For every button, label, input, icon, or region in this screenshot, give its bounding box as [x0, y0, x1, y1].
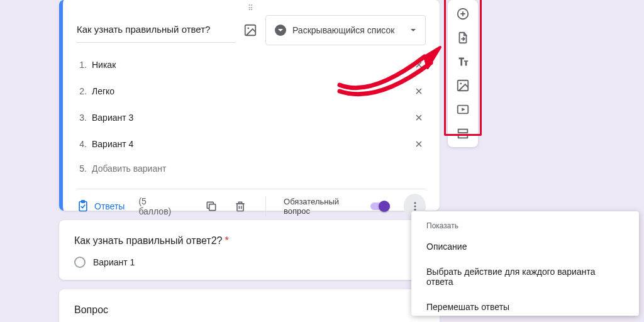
svg-point-7: [414, 205, 416, 207]
delete-button[interactable]: [233, 197, 248, 215]
add-video-button[interactable]: [455, 102, 470, 117]
option-number: 4.: [77, 139, 87, 149]
answer-key-icon: [77, 200, 89, 213]
question-title: Вопрос: [74, 304, 425, 316]
trash-icon: [234, 200, 247, 213]
chevron-down-icon: [410, 25, 416, 35]
plus-circle-icon: [456, 7, 470, 21]
add-image-button[interactable]: [455, 78, 470, 93]
option-row[interactable]: Вариант 1: [74, 257, 425, 268]
import-icon: [456, 31, 470, 45]
points-label: (5 баллов): [138, 196, 175, 216]
option-text[interactable]: Легко: [92, 86, 407, 96]
menu-item-shuffle[interactable]: Перемешать ответы: [411, 294, 639, 319]
answer-key-label: Ответы: [94, 201, 125, 211]
option-number: 2.: [77, 86, 87, 96]
question-card[interactable]: Вопрос: [59, 289, 440, 322]
dropdown-type-icon: [275, 25, 286, 36]
question-title: Как узнать правильный ответ2? *: [74, 235, 425, 247]
add-option-text[interactable]: Добавить вариант: [92, 164, 426, 174]
menu-item-go-to-section[interactable]: Выбрать действие для каждого варианта от…: [411, 259, 639, 294]
add-option-row[interactable]: 5. Добавить вариант: [77, 164, 426, 174]
menu-section-label: Показать: [411, 220, 639, 234]
import-questions-button[interactable]: [455, 30, 470, 45]
option-number: 1.: [77, 60, 87, 70]
option-row[interactable]: 1. Никак: [77, 58, 426, 72]
question-type-dropdown[interactable]: Раскрывающийся список: [265, 15, 426, 45]
divider: [265, 196, 266, 216]
option-row[interactable]: 3. Вариант 3: [77, 111, 426, 125]
drag-handle-icon[interactable]: ⠿: [248, 4, 255, 13]
video-icon: [456, 103, 470, 116]
svg-rect-4: [209, 204, 215, 210]
svg-point-8: [414, 208, 416, 210]
duplicate-button[interactable]: [204, 197, 219, 215]
required-star-icon: *: [225, 235, 228, 247]
close-icon: [414, 86, 424, 96]
text-icon: [456, 55, 470, 69]
menu-item-description[interactable]: Описание: [411, 234, 639, 259]
option-text: Вариант 1: [93, 257, 135, 267]
question-card[interactable]: Как узнать правильный ответ2? * Вариант …: [59, 220, 440, 280]
svg-point-6: [414, 202, 416, 204]
close-icon: [414, 60, 424, 70]
more-options-menu: Показать Описание Выбрать действие для к…: [411, 211, 639, 316]
close-icon: [414, 139, 424, 149]
side-toolbar: [448, 0, 478, 147]
option-number: 3.: [77, 113, 87, 123]
option-text[interactable]: Вариант 3: [92, 113, 407, 123]
remove-option-button[interactable]: [412, 58, 426, 72]
option-row[interactable]: 2. Легко: [77, 84, 426, 98]
radio-icon[interactable]: [74, 257, 86, 268]
svg-point-1: [247, 27, 249, 29]
remove-option-button[interactable]: [412, 84, 426, 98]
add-section-button[interactable]: [455, 126, 470, 141]
remove-option-button[interactable]: [412, 137, 426, 151]
question-card-active: ⠿ Раскрывающийся список 1. Никак: [59, 0, 440, 211]
copy-icon: [205, 200, 218, 213]
add-image-button[interactable]: [243, 23, 258, 38]
svg-rect-14: [458, 135, 468, 138]
required-label: Обязательный вопрос: [284, 197, 357, 216]
svg-point-11: [460, 82, 462, 84]
add-question-button[interactable]: [455, 6, 470, 21]
image-icon: [456, 79, 470, 92]
add-title-button[interactable]: [455, 54, 470, 69]
question-type-label: Раскрывающийся список: [292, 25, 404, 35]
question-footer: Ответы (5 баллов) Обязательный вопрос: [77, 189, 426, 223]
svg-rect-13: [458, 130, 468, 133]
required-toggle[interactable]: [370, 201, 390, 212]
option-number: 5.: [77, 164, 87, 174]
more-vert-icon: [409, 201, 421, 212]
remove-option-button[interactable]: [412, 111, 426, 125]
option-text[interactable]: Никак: [92, 60, 407, 70]
answer-key-button[interactable]: Ответы: [77, 200, 125, 213]
options-list: 1. Никак 2. Легко 3. Вариант 3: [77, 58, 426, 174]
svg-rect-5: [237, 203, 243, 211]
close-icon: [414, 113, 424, 123]
question-title-input[interactable]: [77, 18, 235, 43]
section-icon: [456, 126, 470, 140]
option-row[interactable]: 4. Вариант 4: [77, 137, 426, 151]
image-icon: [243, 23, 257, 37]
option-text[interactable]: Вариант 4: [92, 139, 407, 149]
